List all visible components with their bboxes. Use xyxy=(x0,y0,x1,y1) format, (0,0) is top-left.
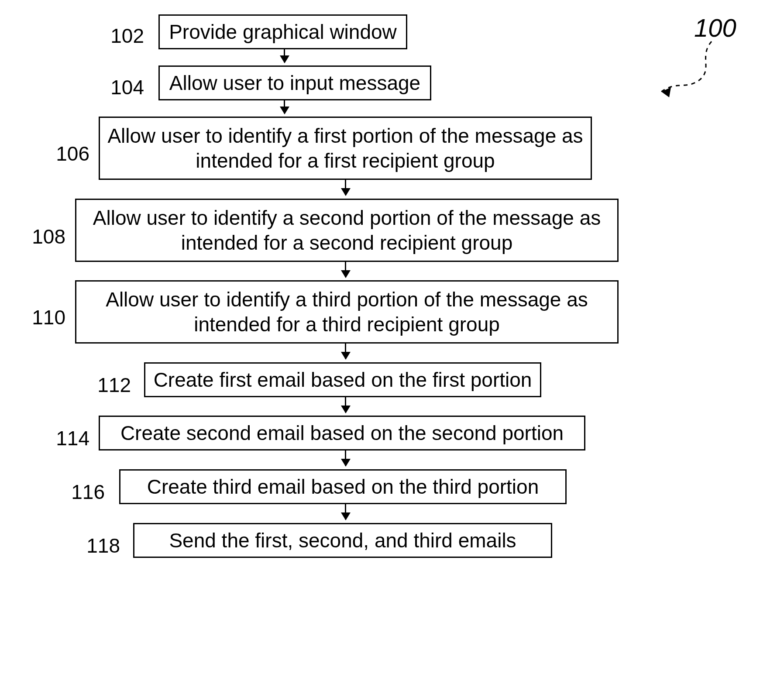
svg-marker-0 xyxy=(661,87,671,97)
arrow-down-icon xyxy=(284,100,285,113)
flow-step-text: Allow user to identify a first portion o… xyxy=(106,124,585,172)
flow-step: Allow user to input message xyxy=(158,65,431,100)
squiggle-arrow-icon xyxy=(637,39,720,109)
flow-step-text: Send the first, second, and third emails xyxy=(169,528,516,553)
flow-step: Create second email based on the second … xyxy=(99,416,585,450)
flow-step: Create third email based on the third po… xyxy=(119,469,567,504)
arrow-down-icon xyxy=(345,262,346,277)
flow-step: Allow user to identify a first portion o… xyxy=(99,117,592,180)
arrow-down-icon xyxy=(345,450,346,466)
step-number: 104 xyxy=(92,76,144,99)
step-number: 108 xyxy=(13,225,65,248)
flow-step-text: Provide graphical window xyxy=(169,20,397,44)
flow-step-text: Create first email based on the first po… xyxy=(154,368,532,392)
flowchart-canvas: 100 102 Provide graphical window 104 All… xyxy=(0,0,784,698)
arrow-down-icon xyxy=(284,49,285,62)
flow-step: Provide graphical window xyxy=(158,14,407,49)
flow-step: Allow user to identify a second portion … xyxy=(75,199,619,262)
flow-step: Create first email based on the first po… xyxy=(144,362,541,397)
flow-step-text: Create second email based on the second … xyxy=(120,421,564,445)
arrow-down-icon xyxy=(345,180,346,195)
arrow-down-icon xyxy=(345,344,346,359)
arrow-down-icon xyxy=(345,504,346,519)
flow-step: Send the first, second, and third emails xyxy=(133,523,552,558)
flow-step-text: Allow user to identify a third portion o… xyxy=(83,287,611,336)
flow-step: Allow user to identify a third portion o… xyxy=(75,280,619,344)
flow-step-text: Allow user to input message xyxy=(169,71,420,95)
step-number: 102 xyxy=(92,24,144,48)
step-number: 106 xyxy=(37,142,89,165)
step-number: 114 xyxy=(37,426,89,450)
flow-step-text: Allow user to identify a second portion … xyxy=(83,206,611,254)
diagram-ref-label: 100 xyxy=(694,13,736,42)
step-number: 110 xyxy=(13,306,65,329)
step-number: 118 xyxy=(68,534,120,557)
step-number: 116 xyxy=(52,480,105,504)
flow-step-text: Create third email based on the third po… xyxy=(147,475,539,499)
step-number: 112 xyxy=(79,373,131,397)
arrow-down-icon xyxy=(345,397,346,413)
